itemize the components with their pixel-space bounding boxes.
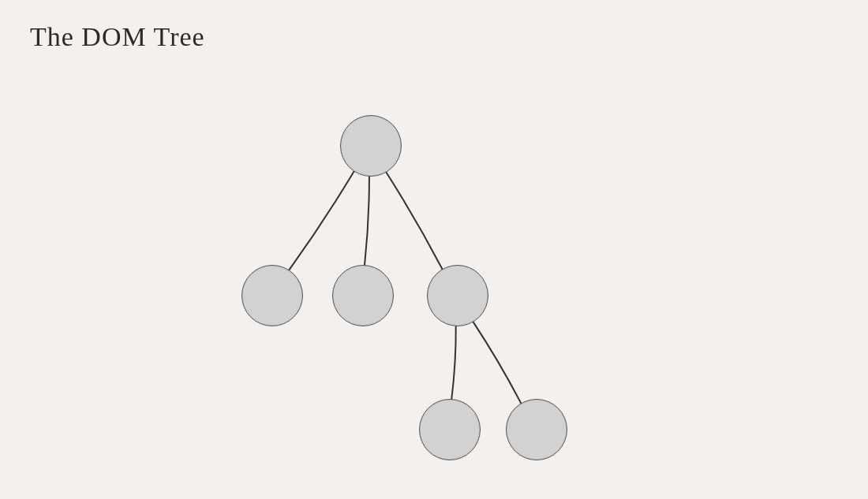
edge-root-child3 [387,173,443,269]
tree-node-child3 [427,265,488,326]
edge-child3-gc1 [451,326,455,399]
edge-root-child1 [289,172,354,270]
tree-node-gc1 [419,399,481,460]
tree-diagram [0,0,868,499]
edge-child3-gc2 [473,322,521,404]
tree-node-child1 [241,265,303,326]
tree-node-root [340,115,402,177]
edge-root-child2 [365,177,369,265]
tree-node-gc2 [506,399,567,460]
tree-node-child2 [332,265,394,326]
